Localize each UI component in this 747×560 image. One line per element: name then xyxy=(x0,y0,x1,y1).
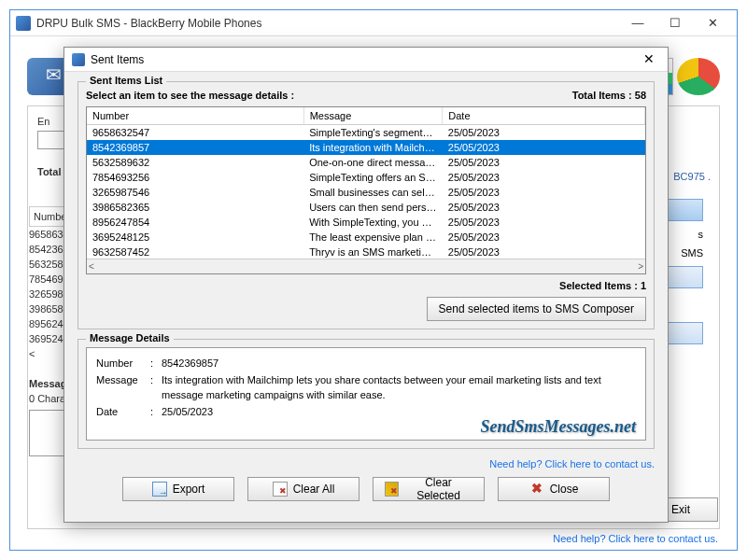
items-table[interactable]: Number Message Date 9658632547SimpleText… xyxy=(86,106,646,274)
dialog-titlebar[interactable]: Sent Items ✕ xyxy=(64,48,668,72)
col-number[interactable]: Number xyxy=(87,107,303,125)
details-box: Number:8542369857 Message:Its integratio… xyxy=(86,347,646,441)
table-row[interactable]: 3695248125The least expensive plan costs… xyxy=(87,230,645,245)
main-titlebar[interactable]: DRPU Bulk SMS - BlackBerry Mobile Phones… xyxy=(10,10,737,36)
watermark: SendSmsMessages.net xyxy=(480,419,636,434)
col-date[interactable]: Date xyxy=(443,107,645,125)
dialog-help-link[interactable]: Need help? Click here to contact us. xyxy=(489,458,655,469)
table-row[interactable]: 9658632547SimpleTexting's segmentation a… xyxy=(87,125,645,141)
dialog-title: Sent Items xyxy=(91,53,638,66)
send-to-composer-button[interactable]: Send selected items to SMS Composer xyxy=(427,297,646,321)
table-row[interactable]: 7854693256SimpleTexting offers an SMS Te… xyxy=(87,170,645,185)
minimize-button[interactable]: — xyxy=(619,12,656,35)
detail-number: 8542369857 xyxy=(162,356,636,371)
table-row[interactable]: 3986582365Users can then send personaliz… xyxy=(87,200,645,215)
sent-items-list-group: Sent Items List Select an item to see th… xyxy=(78,81,655,329)
horizontal-scrollbar[interactable]: <> xyxy=(87,259,645,273)
app-icon xyxy=(16,16,31,31)
pie-chart-icon[interactable] xyxy=(677,58,720,95)
close-icon: ✖ xyxy=(529,482,544,497)
detail-message: Its integration with Mailchimp lets you … xyxy=(162,372,636,402)
close-button[interactable]: ✖Close xyxy=(498,477,610,501)
export-button[interactable]: Export xyxy=(122,477,234,501)
details-title: Message Details xyxy=(86,332,174,343)
clear-selected-button[interactable]: Clear Selected xyxy=(373,477,485,501)
instruction-text: Select an item to see the message detail… xyxy=(86,90,294,101)
table-header-row[interactable]: Number Message Date xyxy=(87,107,645,125)
peek-code: BC975 . xyxy=(673,171,711,182)
maximize-button[interactable]: ☐ xyxy=(656,12,694,35)
dialog-icon xyxy=(72,53,85,66)
export-icon xyxy=(152,482,167,497)
clear-selected-icon xyxy=(385,482,399,497)
table-row[interactable]: 3265987546Small businesses can select fr… xyxy=(87,185,645,200)
window-close-button[interactable]: ✕ xyxy=(694,12,731,35)
table-row[interactable]: 5632589632One-on-one direct messaging is… xyxy=(87,155,645,170)
table-row[interactable]: 8542369857Its integration with Mailchimp… xyxy=(87,140,645,155)
message-details-group: Message Details Number:8542369857 Messag… xyxy=(78,339,655,449)
table-row[interactable]: 9632587452Thryv is an SMS marketing serv… xyxy=(87,245,645,259)
table-row[interactable]: 8956247854With SimpleTexting, you purcha… xyxy=(87,215,645,230)
dialog-close-button[interactable]: ✕ xyxy=(638,50,660,69)
selected-items-label: Selected Items : 1 xyxy=(559,280,646,291)
total-items-label: Total Items : 58 xyxy=(572,90,646,101)
clear-all-button[interactable]: Clear All xyxy=(247,477,359,501)
clear-all-icon xyxy=(273,482,288,497)
sent-items-dialog: Sent Items ✕ Sent Items List Select an i… xyxy=(63,47,669,523)
list-title: Sent Items List xyxy=(86,75,166,86)
main-help-link[interactable]: Need help? Click here to contact us. xyxy=(553,533,718,544)
col-message[interactable]: Message xyxy=(303,107,443,125)
main-title: DRPU Bulk SMS - BlackBerry Mobile Phones xyxy=(36,17,619,30)
